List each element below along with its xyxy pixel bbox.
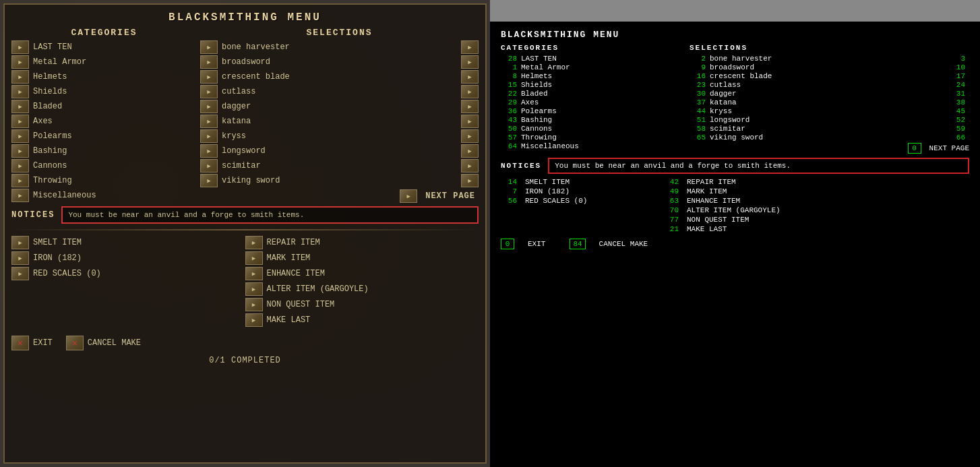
- arrow-btn-sel-8[interactable]: [200, 159, 218, 173]
- arrow-btn-sel-right-8[interactable]: [461, 159, 479, 173]
- list-item[interactable]: 63 ENHANCE ITEM: [663, 197, 824, 205]
- list-item[interactable]: 36Polearms: [501, 107, 690, 115]
- arrow-btn-sel-1[interactable]: [200, 55, 218, 69]
- make-last-arrow[interactable]: [245, 313, 263, 327]
- list-item[interactable]: 23cutlass24: [690, 81, 969, 89]
- list-item[interactable]: crescent blade: [200, 70, 479, 84]
- list-item[interactable]: 56 RED SCALES (0): [501, 197, 663, 205]
- list-item[interactable]: 14 SMELT ITEM: [501, 178, 663, 186]
- list-item[interactable]: dagger: [200, 100, 479, 113]
- smelt-item-arrow[interactable]: [11, 236, 29, 249]
- list-item[interactable]: viking sword: [200, 174, 479, 187]
- iron-arrow[interactable]: [11, 251, 29, 265]
- list-item[interactable]: bone harvester: [200, 40, 479, 54]
- list-item[interactable]: Bladed: [11, 100, 197, 113]
- list-item[interactable]: cutlass: [200, 85, 479, 98]
- list-item[interactable]: SMELT ITEM: [11, 236, 245, 249]
- list-item[interactable]: 58scimitar59: [690, 125, 969, 133]
- list-item[interactable]: 8Helmets: [501, 72, 690, 80]
- arrow-btn-polearms[interactable]: [11, 129, 29, 143]
- list-item[interactable]: Shields: [11, 85, 197, 98]
- arrow-btn-helmets[interactable]: [11, 70, 29, 84]
- list-item[interactable]: Cannons: [11, 159, 197, 173]
- list-item[interactable]: 44kryss45: [690, 107, 969, 115]
- arrow-btn-sel-right-7[interactable]: [461, 144, 479, 158]
- list-item[interactable]: 30dagger31: [690, 90, 969, 98]
- list-item[interactable]: 65viking sword66: [690, 133, 969, 142]
- list-item[interactable]: NON QUEST ITEM: [245, 298, 479, 311]
- list-item[interactable]: katana: [200, 115, 479, 128]
- red-scales-arrow[interactable]: [11, 267, 29, 280]
- list-item[interactable]: Metal Armor: [11, 55, 197, 69]
- enhance-item-arrow[interactable]: [245, 267, 263, 280]
- arrow-btn-sel-right-6[interactable]: [461, 129, 479, 143]
- list-item[interactable]: ALTER ITEM (GARGOYLE): [245, 282, 479, 296]
- list-item[interactable]: 16crescent blade17: [690, 72, 969, 80]
- arrow-btn-sel-right-2[interactable]: [461, 70, 479, 84]
- list-item[interactable]: Axes: [11, 115, 197, 128]
- next-page-button[interactable]: NEXT PAGE: [400, 189, 475, 203]
- arrow-btn-metalarmor[interactable]: [11, 55, 29, 69]
- mark-item-arrow[interactable]: [245, 251, 263, 265]
- list-item[interactable]: REPAIR ITEM: [245, 236, 479, 249]
- list-item[interactable]: longsword: [200, 144, 479, 158]
- right-next-page[interactable]: 0 NEXT PAGE: [690, 143, 969, 154]
- arrow-btn-throwing[interactable]: [11, 174, 29, 187]
- list-item[interactable]: LAST TEN: [11, 40, 197, 54]
- list-item[interactable]: MAKE LAST: [245, 313, 479, 327]
- list-item[interactable]: 50Cannons: [501, 125, 690, 133]
- non-quest-arrow[interactable]: [245, 298, 263, 311]
- list-item[interactable]: 64Miscellaneous: [501, 142, 690, 150]
- list-item[interactable]: broadsword: [200, 55, 479, 69]
- arrow-btn-sel-7[interactable]: [200, 144, 218, 158]
- exit-button[interactable]: ✕ EXIT: [11, 336, 53, 350]
- arrow-btn-sel-5[interactable]: [200, 115, 218, 128]
- list-item[interactable]: 22Bladed: [501, 90, 690, 98]
- list-item[interactable]: Miscellaneous: [11, 189, 197, 202]
- arrow-btn-sel-right-9[interactable]: [461, 174, 479, 187]
- arrow-btn-sel-right-1[interactable]: [461, 55, 479, 69]
- arrow-btn-sel-3[interactable]: [200, 85, 218, 98]
- cancel-make-button[interactable]: ✕ CANCEL MAKE: [66, 336, 141, 350]
- list-item[interactable]: IRON (182): [11, 251, 245, 265]
- arrow-btn-sel-right-4[interactable]: [461, 100, 479, 113]
- list-item[interactable]: 42 REPAIR ITEM: [663, 178, 824, 186]
- arrow-btn-bashing[interactable]: [11, 144, 29, 158]
- list-item[interactable]: 70 ALTER ITEM (GARGOYLE): [663, 206, 824, 214]
- arrow-btn-shields[interactable]: [11, 85, 29, 98]
- arrow-btn-sel-right-0[interactable]: [461, 40, 479, 54]
- list-item[interactable]: scimitar: [200, 159, 479, 173]
- alter-item-arrow[interactable]: [245, 282, 263, 296]
- arrow-btn-lastten[interactable]: [11, 40, 29, 54]
- list-item[interactable]: 37katana38: [690, 98, 969, 106]
- arrow-btn-sel-4[interactable]: [200, 100, 218, 113]
- list-item[interactable]: 51longsword52: [690, 116, 969, 124]
- arrow-btn-cannons[interactable]: [11, 159, 29, 173]
- arrow-btn-sel-2[interactable]: [200, 70, 218, 84]
- list-item[interactable]: 1Metal Armor: [501, 63, 690, 71]
- list-item[interactable]: 28LAST TEN: [501, 55, 690, 63]
- list-item[interactable]: 2bone harvester3: [690, 55, 969, 63]
- arrow-btn-axes[interactable]: [11, 115, 29, 128]
- arrow-btn-sel-0[interactable]: [200, 40, 218, 54]
- arrow-btn-sel-6[interactable]: [200, 129, 218, 143]
- list-item[interactable]: 29Axes: [501, 98, 690, 106]
- list-item[interactable]: RED SCALES (0): [11, 267, 245, 280]
- arrow-btn-sel-right-5[interactable]: [461, 115, 479, 128]
- list-item[interactable]: 9broadsword10: [690, 63, 969, 71]
- list-item[interactable]: 7 IRON (182): [501, 187, 663, 195]
- list-item[interactable]: 57Throwing: [501, 133, 690, 142]
- arrow-btn-misc[interactable]: [11, 189, 29, 202]
- list-item[interactable]: 43Bashing: [501, 116, 690, 124]
- list-item[interactable]: MARK ITEM: [245, 251, 479, 265]
- list-item[interactable]: 49 MARK ITEM: [663, 187, 824, 195]
- list-item[interactable]: Throwing: [11, 174, 197, 187]
- list-item[interactable]: 77 NON QUEST ITEM: [663, 216, 824, 224]
- repair-item-arrow[interactable]: [245, 236, 263, 249]
- list-item[interactable]: kryss: [200, 129, 479, 143]
- list-item[interactable]: Polearms: [11, 129, 197, 143]
- list-item[interactable]: ENHANCE ITEM: [245, 267, 479, 280]
- arrow-btn-sel-right-3[interactable]: [461, 85, 479, 98]
- list-item[interactable]: Helmets: [11, 70, 197, 84]
- list-item[interactable]: 15Shields: [501, 81, 690, 89]
